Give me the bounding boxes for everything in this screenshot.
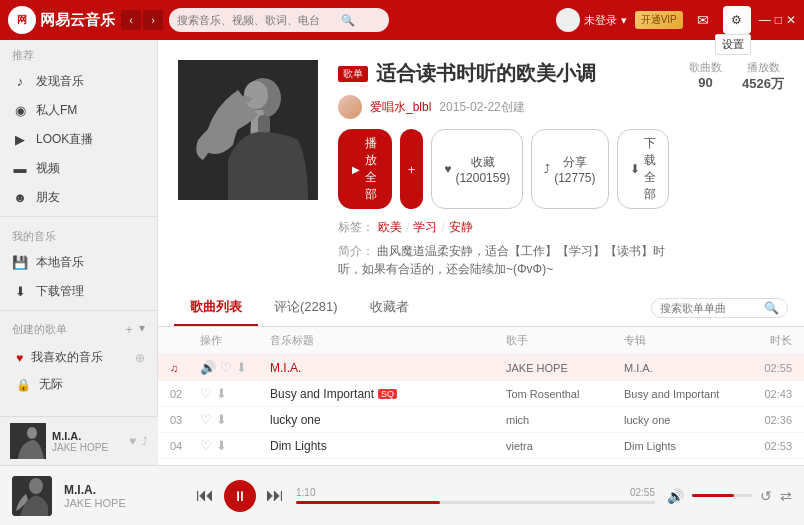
prev-button[interactable]: ⏮ [196,485,214,506]
sidebar-heart-icon[interactable]: ♥ [129,434,136,448]
tabs-bar: 歌曲列表 评论(2281) 收藏者 🔍 [158,290,804,327]
like-icon[interactable]: ♡ [200,412,212,427]
tab-comments[interactable]: 评论(2281) [258,290,354,326]
player-album-art [12,476,52,516]
search-input[interactable] [177,14,337,26]
search-bar[interactable]: 🔍 [169,8,389,32]
song-title-cell[interactable]: Dim Lights [270,439,506,453]
table-row[interactable]: 03 ♡ ⬇ lucky one mich lucky one 02:36 [158,407,804,433]
sidebar-recommend-label: 推荐 [0,40,157,67]
shuffle-icon[interactable]: ⇄ [780,488,792,504]
song-title-cell[interactable]: M.I.A. [270,361,506,375]
vip-button[interactable]: 开通VIP [635,11,683,29]
download-song-icon[interactable]: ⬇ [236,360,247,375]
song-title: M.I.A. [270,361,301,375]
table-row[interactable]: 04 ♡ ⬇ Dim Lights vietra Dim Lights 02:5… [158,433,804,459]
download-icon: ⬇ [12,284,28,299]
song-artist[interactable]: Tom Rosenthal [506,388,624,400]
song-album[interactable]: Busy and Important [624,388,742,400]
creator-date: 2015-02-22创建 [439,99,524,116]
window-controls: — □ ✕ [759,13,796,27]
sidebar-playlist-liked[interactable]: ♥ 我喜欢的音乐 ⊕ [0,344,157,371]
pause-button[interactable]: ⏸ [224,480,256,512]
like-icon[interactable]: ♡ [200,438,212,453]
add-to-playlist-icon[interactable]: ⊕ [135,351,145,365]
share-button[interactable]: ⤴ 分享(12775) [531,129,608,209]
play-triangle-icon: ▶ [352,164,360,175]
volume-icon[interactable]: 🔊 [667,488,684,504]
progress-fill [296,501,440,504]
collect-icon: ♥ [444,162,451,176]
table-row[interactable]: ♫ 🔊 ♡ ⬇ M.I.A. JAKE HOPE M.I.A. 02:55 [158,355,804,381]
sidebar-item-look[interactable]: ▶ LOOK直播 [0,125,157,154]
sidebar-share-icon[interactable]: ⤴ [142,435,148,447]
sidebar-item-label: 朋友 [36,189,60,206]
tab-search[interactable]: 🔍 [651,298,788,318]
song-album[interactable]: lucky one [624,414,742,426]
collapse-icon[interactable]: ▾ [139,321,145,338]
song-album[interactable]: M.I.A. [624,362,742,374]
table-row[interactable]: 02 ♡ ⬇ Busy and Important SQ Tom Rosenth… [158,381,804,407]
sidebar-item-video[interactable]: ▬ 视频 [0,154,157,183]
song-artist[interactable]: vietra [506,440,624,452]
sidebar-item-fm[interactable]: ◉ 私人FM [0,96,157,125]
settings-button[interactable]: ⚙ [723,6,751,34]
table-header: 操作 音乐标题 歌手 专辑 时长 [158,327,804,355]
like-icon[interactable]: ♡ [200,386,212,401]
app-logo: 网 网易云音乐 [8,6,115,34]
song-title: lucky one [270,413,321,427]
close-button[interactable]: ✕ [786,13,796,27]
download-song-icon[interactable]: ⬇ [216,386,227,401]
download-button[interactable]: ⬇ 下载全部 [617,129,670,209]
sidebar-divider [0,216,157,217]
topnav-right: 未登录 ▾ 开通VIP ✉ ⚙ — □ ✕ [556,6,796,34]
tab-collectors[interactable]: 收藏者 [354,290,425,326]
maximize-button[interactable]: □ [775,13,782,27]
creator-name[interactable]: 爱唱水_blbl [370,99,431,116]
tag-1[interactable]: 学习 [413,219,437,236]
tab-search-input[interactable] [660,302,760,314]
play-all-button[interactable]: ▶ 播放全部 [338,129,392,209]
like-icon[interactable]: ♡ [220,360,232,375]
sidebar-playlist-wuji[interactable]: 🔒 无际 [0,371,157,398]
progress-track[interactable] [296,501,655,504]
sq-badge: SQ [378,389,397,399]
minimize-button[interactable]: — [759,13,771,27]
repeat-icon[interactable]: ↺ [760,488,772,504]
volume-bar[interactable] [692,494,752,497]
fm-icon: ◉ [12,103,28,118]
sidebar-created-header: 创建的歌单 ＋ ▾ [0,315,157,344]
download-dl-icon: ⬇ [630,162,640,176]
add-playlist-icon[interactable]: ＋ [123,321,135,338]
tags-label: 标签： [338,219,374,236]
creator-avatar [338,95,362,119]
song-title-cell[interactable]: lucky one [270,413,506,427]
sidebar-item-local[interactable]: 💾 本地音乐 [0,248,157,277]
tab-songs[interactable]: 歌曲列表 [174,290,258,326]
stats-area: 歌曲数 90 播放数 4526万 [689,60,784,278]
sidebar-item-friends[interactable]: ☻ 朋友 [0,183,157,212]
download-song-icon[interactable]: ⬇ [216,412,227,427]
song-artist[interactable]: mich [506,414,624,426]
header-album: 专辑 [624,333,742,348]
add-button[interactable]: + [400,129,424,209]
song-album[interactable]: Dim Lights [624,440,742,452]
song-artist[interactable]: JAKE HOPE [506,362,624,374]
collect-button[interactable]: ♥ 收藏(1200159) [431,129,523,209]
sidebar-item-discover[interactable]: ♪ 发现音乐 [0,67,157,96]
sidebar-item-download[interactable]: ⬇ 下载管理 [0,277,157,306]
tag-0[interactable]: 欧美 [378,219,402,236]
song-number: 04 [170,440,200,452]
nav-forward[interactable]: › [143,10,163,30]
song-title-cell[interactable]: Busy and Important SQ [270,387,506,401]
mail-icon[interactable]: ✉ [691,12,715,28]
download-song-icon[interactable]: ⬇ [216,438,227,453]
nav-back[interactable]: ‹ [121,10,141,30]
login-area[interactable]: 未登录 ▾ [556,8,627,32]
header-duration: 时长 [742,333,792,348]
playlist-header: 歌单 适合读书时听的欧美小调 爱唱水_blbl 2015-02-22创建 ▶ 播… [158,40,804,290]
next-button[interactable]: ⏭ [266,485,284,506]
action-row: ▶ 播放全部 + ♥ 收藏(1200159) ⤴ 分享(12775) ⬇ 下载全 [338,129,669,209]
tag-2[interactable]: 安静 [449,219,473,236]
sidebar-item-label: 本地音乐 [36,254,84,271]
